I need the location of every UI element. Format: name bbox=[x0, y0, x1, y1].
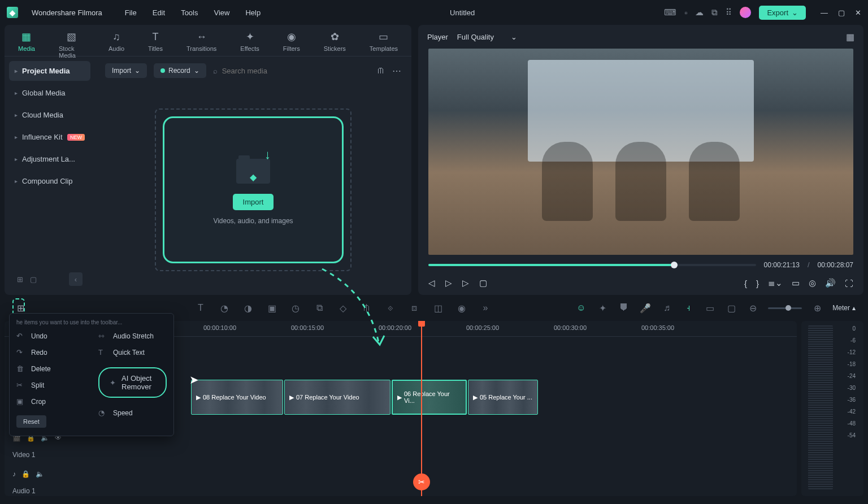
apps-icon[interactable]: ⠿ bbox=[726, 7, 732, 18]
minimize-button[interactable]: — bbox=[821, 8, 828, 17]
fit-tool-icon[interactable]: ▢ bbox=[725, 303, 737, 314]
fullscreen-icon[interactable]: ⛶ bbox=[845, 279, 853, 288]
ai-tool-icon[interactable]: ◉ bbox=[455, 303, 468, 314]
lock-icon[interactable]: 🔒 bbox=[21, 470, 30, 478]
volume-icon[interactable]: 🔊 bbox=[825, 278, 836, 288]
music-tool-icon[interactable]: ♬ bbox=[661, 303, 673, 313]
zoom-out-icon[interactable]: ⊖ bbox=[747, 303, 759, 314]
detach-tool-icon[interactable]: ⧉ bbox=[313, 303, 326, 313]
import-dropzone[interactable]: ↓ ◆ Import Videos, audio, and images bbox=[163, 116, 344, 263]
popup-audio-stretch[interactable]: ⇿Audio Stretch bbox=[98, 330, 167, 342]
popup-crop[interactable]: ▣Crop bbox=[16, 396, 85, 407]
popup-redo[interactable]: ↷Redo bbox=[16, 346, 85, 358]
play-button[interactable]: ▷ bbox=[462, 278, 469, 288]
tab-effects[interactable]: ✦Effects bbox=[237, 29, 262, 56]
speed-tool-icon[interactable]: ◔ bbox=[218, 303, 231, 314]
tab-titles[interactable]: TTitles bbox=[145, 29, 166, 56]
sidebar-global-media[interactable]: ▸Global Media bbox=[9, 83, 90, 103]
filter-icon[interactable]: ⫙ bbox=[376, 66, 385, 76]
close-button[interactable]: ✕ bbox=[855, 8, 861, 17]
popup-speed[interactable]: ◔Speed bbox=[98, 407, 167, 419]
tab-media[interactable]: ▦Media bbox=[15, 29, 38, 56]
tab-filters[interactable]: ◉Filters bbox=[280, 29, 303, 56]
zoom-slider[interactable] bbox=[768, 307, 802, 309]
meter-toggle[interactable]: Meter▴ bbox=[832, 304, 856, 312]
menu-view[interactable]: View bbox=[214, 8, 229, 17]
next-frame-button[interactable]: ▷ bbox=[445, 278, 452, 288]
popup-undo[interactable]: ↶Undo bbox=[16, 330, 85, 342]
display-icon[interactable]: ▭ bbox=[792, 278, 800, 288]
folder-icon[interactable]: ▢ bbox=[30, 275, 37, 284]
tab-stickers[interactable]: ✿Stickers bbox=[320, 29, 349, 56]
playback-slider[interactable] bbox=[428, 264, 756, 266]
shield-tool-icon[interactable]: ⛊ bbox=[618, 303, 630, 313]
enhance-tool-icon[interactable]: ✦ bbox=[596, 303, 609, 314]
menu-file[interactable]: File bbox=[125, 8, 137, 17]
export-button[interactable]: Export⌄ bbox=[759, 6, 806, 20]
group-tool-icon[interactable]: ⧈ bbox=[408, 303, 420, 313]
clip-06-selected[interactable]: ▶06 Replace Your Vi... bbox=[392, 380, 467, 415]
duration-tool-icon[interactable]: ◷ bbox=[289, 303, 302, 314]
color-tool-icon[interactable]: ◑ bbox=[242, 303, 254, 314]
mark-in-icon[interactable]: { bbox=[744, 279, 747, 288]
search-media-input[interactable] bbox=[222, 67, 317, 75]
speed-icon: ◔ bbox=[98, 409, 107, 417]
more-tools-icon[interactable]: » bbox=[479, 303, 492, 313]
scissors-icon[interactable]: ✂ bbox=[413, 473, 430, 490]
help-icon[interactable]: ⧉ bbox=[711, 7, 718, 18]
playhead[interactable]: ✂ bbox=[421, 321, 422, 496]
mic-tool-icon[interactable]: 🎤 bbox=[639, 303, 652, 314]
popup-delete[interactable]: 🗑Delete bbox=[16, 363, 85, 375]
prev-frame-button[interactable]: ◁ bbox=[428, 278, 435, 288]
new-folder-icon[interactable]: ⊞ bbox=[17, 275, 23, 284]
maximize-button[interactable]: ▢ bbox=[838, 8, 845, 17]
clip-07[interactable]: ▶07 Replace Your Video bbox=[284, 380, 390, 415]
sidebar-compound-clip[interactable]: ▸Compound Clip bbox=[9, 171, 90, 191]
clip-05[interactable]: ▶05 Replace Your ... bbox=[468, 380, 538, 415]
sidebar-adjustment-layer[interactable]: ▸Adjustment La... bbox=[9, 149, 90, 169]
adjust-tool-icon[interactable]: ⫛ bbox=[361, 303, 373, 313]
mark-out-icon[interactable]: } bbox=[756, 279, 759, 288]
menu-edit[interactable]: Edit bbox=[153, 8, 165, 17]
user-avatar[interactable] bbox=[740, 7, 751, 18]
import-dropdown[interactable]: Import⌄ bbox=[105, 63, 147, 78]
collapse-sidebar-button[interactable]: ‹ bbox=[69, 272, 83, 286]
sidebar-project-media[interactable]: ▸Project Media bbox=[9, 61, 90, 81]
quality-selector[interactable]: Full Quality⌄ bbox=[457, 33, 517, 41]
mute-icon[interactable]: 🔈 bbox=[36, 470, 44, 478]
audio-track-icon[interactable]: ♪ bbox=[12, 470, 16, 478]
tab-audio[interactable]: ♫Audio bbox=[105, 29, 128, 56]
menu-tools[interactable]: Tools bbox=[181, 8, 198, 17]
text-tool-icon[interactable]: T bbox=[194, 303, 207, 313]
snapshot-icon[interactable]: ▦ bbox=[846, 32, 854, 42]
tab-templates[interactable]: ▭Templates bbox=[366, 29, 401, 56]
record-dropdown[interactable]: Record⌄ bbox=[154, 63, 206, 78]
marker-tool-icon[interactable]: ⟐ bbox=[384, 303, 397, 313]
popup-split[interactable]: ✂Split bbox=[16, 379, 85, 391]
popup-quick-text[interactable]: TQuick Text bbox=[98, 346, 167, 358]
device-icon[interactable]: ⌨ bbox=[664, 7, 676, 18]
stop-button[interactable]: ▢ bbox=[479, 278, 487, 288]
clip-08[interactable]: ▶08 Replace Your Video bbox=[191, 380, 283, 415]
smiley-tool-icon[interactable]: ☺ bbox=[575, 303, 587, 313]
zoom-in-icon[interactable]: ⊕ bbox=[811, 303, 823, 314]
save-icon[interactable]: ▫ bbox=[684, 8, 687, 18]
popup-reset-button[interactable]: Reset bbox=[16, 415, 46, 428]
keyframe-tool-icon[interactable]: ◇ bbox=[337, 303, 349, 314]
sidebar-influence-kit[interactable]: ▸Influence KitNEW bbox=[9, 127, 90, 147]
popup-ai-object-remover[interactable]: ✦AI Object Remover bbox=[98, 367, 167, 398]
camera-icon[interactable]: ◎ bbox=[809, 278, 816, 288]
tab-stock-media[interactable]: ▧Stock Media bbox=[55, 29, 88, 56]
sidebar-cloud-media[interactable]: ▸Cloud Media bbox=[9, 105, 90, 125]
playback-options-icon[interactable]: ≣⌄ bbox=[768, 278, 783, 288]
more-icon[interactable]: ⋯ bbox=[392, 66, 401, 76]
subtitle-tool-icon[interactable]: ◫ bbox=[432, 303, 444, 314]
import-button[interactable]: Import bbox=[233, 194, 274, 210]
cloud-icon[interactable]: ☁ bbox=[695, 7, 704, 18]
mixer-tool-icon[interactable]: ⫞ bbox=[682, 303, 695, 313]
render-tool-icon[interactable]: ▭ bbox=[704, 303, 716, 314]
crop-tool-icon[interactable]: ▣ bbox=[266, 303, 278, 314]
menu-help[interactable]: Help bbox=[245, 8, 261, 17]
tab-transitions[interactable]: ↔Transitions bbox=[183, 29, 220, 56]
new-badge: NEW bbox=[67, 134, 85, 141]
